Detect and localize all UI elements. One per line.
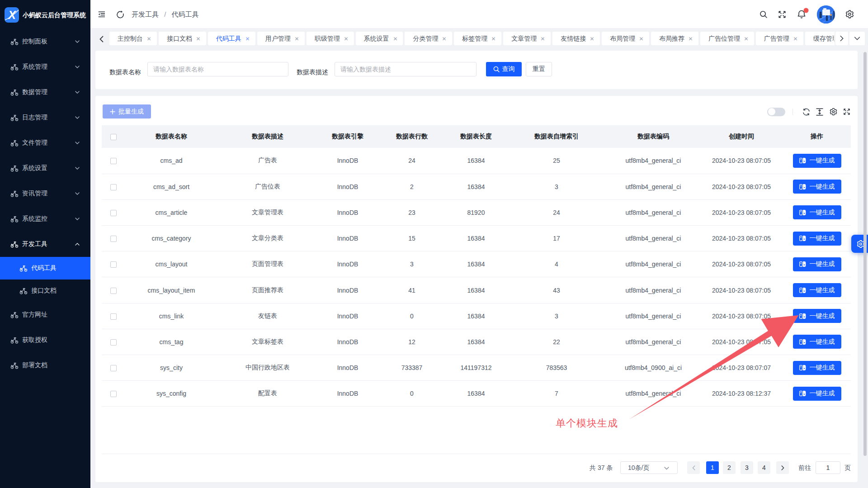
svg-text:X: X (7, 9, 16, 21)
